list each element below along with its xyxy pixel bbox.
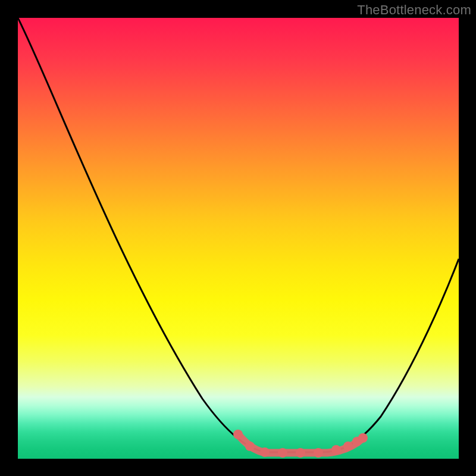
bottleneck-curve-svg: [18, 18, 459, 459]
marker-dot: [245, 441, 255, 451]
marker-dot: [233, 430, 243, 439]
marker-dot: [278, 448, 287, 458]
marker-dot: [296, 448, 305, 458]
marker-dot: [260, 447, 270, 457]
marker-dot: [331, 445, 341, 455]
curve-path: [18, 18, 459, 452]
chart-plot-area: [18, 18, 459, 459]
marker-group: [233, 430, 368, 458]
marker-dot: [358, 433, 368, 443]
marker-dot: [314, 448, 323, 458]
watermark-text: TheBottleneck.com: [357, 2, 471, 18]
marker-dot: [343, 441, 353, 451]
